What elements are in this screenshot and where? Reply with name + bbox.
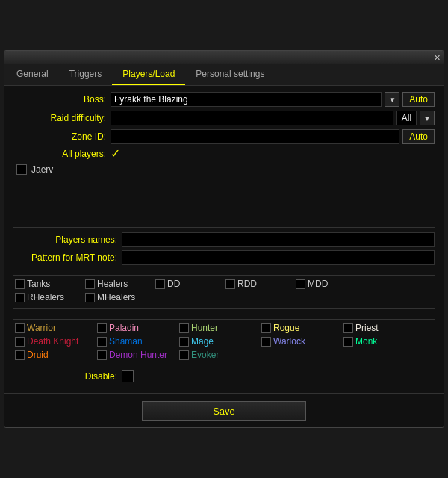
tab-personal-settings[interactable]: Personal settings: [185, 64, 275, 85]
all-players-checkmark[interactable]: ✓: [111, 148, 120, 160]
class-warlock-checkbox[interactable]: [261, 337, 271, 347]
class-druid: Druid: [15, 350, 96, 360]
zone-id-row: Zone ID: Auto: [13, 129, 435, 144]
class-shaman-checkbox[interactable]: [97, 337, 107, 347]
boss-auto-button[interactable]: Auto: [402, 92, 435, 107]
zone-id-input[interactable]: [111, 129, 399, 144]
class-priest-checkbox[interactable]: [343, 323, 353, 333]
role-healers-checkbox[interactable]: [85, 279, 95, 289]
class-mage: Mage: [179, 336, 260, 347]
class-paladin-checkbox[interactable]: [97, 323, 107, 333]
class-mage-checkbox[interactable]: [179, 337, 189, 347]
disable-label: Disable:: [13, 371, 122, 382]
role-healers-label: Healers: [97, 279, 128, 289]
role-dd: DD: [155, 279, 223, 289]
role-mdd-label: MDD: [308, 279, 328, 289]
role-rdd: RDD: [225, 279, 293, 289]
close-button[interactable]: ✕: [434, 54, 441, 62]
save-button[interactable]: Save: [142, 401, 306, 421]
raid-difficulty-input[interactable]: [111, 111, 393, 125]
class-rogue-checkbox[interactable]: [261, 323, 271, 333]
class-druid-label: Druid: [27, 350, 49, 360]
class-evoker-checkbox[interactable]: [179, 350, 189, 360]
zone-id-group: Auto: [111, 129, 435, 144]
players-names-label: Players names:: [13, 235, 122, 245]
role-rdd-checkbox[interactable]: [225, 279, 235, 289]
boss-label: Boss:: [13, 94, 111, 105]
raid-difficulty-group: All ▼: [111, 111, 435, 125]
zone-id-auto-button[interactable]: Auto: [402, 129, 435, 144]
role-mdd-checkbox[interactable]: [296, 279, 305, 289]
class-warlock-label: Warlock: [273, 336, 305, 347]
boss-input-group: ▼ Auto: [111, 92, 435, 107]
tab-general[interactable]: General: [6, 64, 59, 85]
raid-difficulty-dropdown[interactable]: ▼: [420, 111, 435, 125]
player-row-jaerv: Jaerv: [13, 164, 435, 175]
player-name-jaerv: Jaerv: [31, 164, 53, 175]
raid-difficulty-label: Raid difficulty:: [13, 113, 111, 123]
role-mhealers-label: MHealers: [97, 292, 135, 302]
class-death-knight-checkbox[interactable]: [15, 337, 25, 347]
pattern-mrt-row: Pattern for MRT note:: [13, 250, 435, 265]
class-demon-hunter-label: Demon Hunter: [109, 350, 167, 360]
disable-row: Disable:: [13, 370, 435, 382]
all-players-label: All players:: [13, 149, 111, 159]
players-names-input[interactable]: [122, 232, 435, 247]
class-druid-checkbox[interactable]: [15, 350, 25, 360]
class-warrior: Warrior: [15, 323, 96, 333]
tab-triggers[interactable]: Triggers: [59, 64, 113, 85]
pattern-mrt-input[interactable]: [122, 250, 435, 265]
boss-dropdown-button[interactable]: ▼: [385, 92, 399, 107]
class-hunter-checkbox[interactable]: [179, 323, 189, 333]
class-row-2: Death Knight Shaman Mage Warlock Monk: [15, 336, 433, 347]
tab-bar: General Triggers Players/Load Personal s…: [4, 64, 444, 86]
role-tanks-checkbox[interactable]: [15, 279, 25, 289]
class-mage-label: Mage: [191, 336, 214, 347]
tab-players-load[interactable]: Players/Load: [112, 64, 185, 85]
class-hunter: Hunter: [179, 323, 260, 333]
raid-difficulty-value: All: [396, 111, 417, 125]
divider-3: [13, 314, 435, 314]
player-checkbox-jaerv[interactable]: [16, 164, 27, 175]
role-rhealers-checkbox[interactable]: [15, 293, 25, 302]
role-rdd-label: RDD: [237, 279, 257, 289]
class-paladin-label: Paladin: [109, 323, 139, 333]
class-monk-checkbox[interactable]: [343, 337, 353, 347]
divider-1: [13, 227, 435, 228]
role-rhealers-label: RHealers: [27, 292, 64, 302]
class-death-knight: Death Knight: [15, 336, 96, 347]
role-rhealers: RHealers: [15, 292, 82, 302]
roles-row-2: RHealers MHealers: [15, 292, 433, 302]
class-priest-label: Priest: [355, 323, 379, 333]
roles-row-1: Tanks Healers DD RDD MDD: [15, 279, 433, 289]
class-monk-label: Monk: [355, 336, 377, 347]
class-warrior-label: Warrior: [27, 323, 56, 333]
class-evoker: Evoker: [179, 350, 260, 360]
class-monk: Monk: [343, 336, 424, 347]
class-death-knight-label: Death Knight: [27, 336, 78, 347]
role-tanks-label: Tanks: [27, 279, 50, 289]
save-bar: Save: [4, 393, 444, 427]
disable-checkbox[interactable]: [122, 370, 134, 382]
class-row-1: Warrior Paladin Hunter Rogue Priest: [15, 323, 433, 333]
content-area: Boss: ▼ Auto Raid difficulty: All ▼ Zone…: [4, 86, 444, 388]
boss-row: Boss: ▼ Auto: [13, 92, 435, 107]
roles-section: Tanks Healers DD RDD MDD: [13, 275, 435, 309]
divider-2: [13, 270, 435, 270]
class-shaman: Shaman: [97, 336, 178, 347]
class-hunter-label: Hunter: [191, 323, 218, 333]
class-warrior-checkbox[interactable]: [15, 323, 25, 333]
spacer: [13, 178, 435, 223]
class-demon-hunter-checkbox[interactable]: [97, 350, 107, 360]
classes-section: Warrior Paladin Hunter Rogue Priest: [13, 319, 435, 366]
class-evoker-label: Evoker: [191, 350, 219, 360]
role-dd-checkbox[interactable]: [155, 279, 165, 289]
role-mhealers-checkbox[interactable]: [85, 293, 95, 302]
players-names-row: Players names:: [13, 232, 435, 247]
role-healers: Healers: [85, 279, 152, 289]
class-warlock: Warlock: [261, 336, 342, 347]
title-bar: ✕: [4, 51, 444, 64]
class-demon-hunter: Demon Hunter: [97, 350, 178, 360]
main-window: ✕ General Triggers Players/Load Personal…: [4, 50, 444, 428]
boss-input[interactable]: [111, 92, 382, 107]
